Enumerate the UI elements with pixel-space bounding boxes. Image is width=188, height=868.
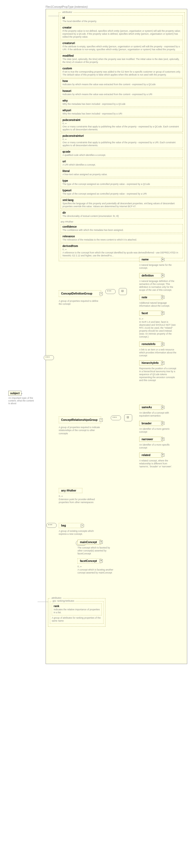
expand-icon[interactable]: + — [161, 362, 164, 365]
expand-icon[interactable]: + — [161, 422, 164, 425]
main-container: subject An important topic of the conten… — [46, 9, 187, 664]
elem-bag: bag− — [59, 523, 82, 528]
elem-sameas: sameAs+ — [139, 405, 163, 410]
type-ext: (extension) — [74, 5, 87, 8]
attributes-section: attributes idThe local identifier of the… — [59, 12, 185, 261]
concept-relationships-group: ConceptRelationshipsGroup + — [59, 416, 101, 423]
concept-definition-group: ConceptDefinitionGroup + — [59, 290, 101, 297]
ranking-group: grp: rankingAttributes rank Indicates th… — [50, 601, 104, 623]
expand-icon[interactable]: + — [161, 453, 164, 457]
seq-bag — [46, 523, 57, 528]
attr-rank: rank Indicates the relative importance o… — [52, 603, 102, 615]
elem-hierarchyinfo: hierarchyInfo+ — [139, 360, 163, 366]
attr-pubconstrainturi: pubconstrainturi0..∞One or many constrai… — [61, 133, 183, 148]
attr-literal: literalA free-text value assigned as pro… — [61, 168, 183, 177]
elem-mainconcept: mainConcept+ — [77, 539, 101, 545]
elem-facet: facet+ — [139, 311, 163, 316]
subject-element: subject — [8, 391, 22, 396]
ranking-attr-section: attributes grp: rankingAttributes rank I… — [48, 598, 105, 626]
attr-qcode: qcodeA qualified code which identifies a… — [61, 149, 183, 158]
attr-confidence: confidence The confidence with which the… — [61, 224, 183, 233]
elem-name: name+ — [139, 257, 163, 262]
attr-section-header: attributes — [61, 11, 73, 13]
elem-note: note+ — [139, 295, 163, 300]
content-model: ConceptDefinitionGroup + A group of prop… — [48, 264, 185, 662]
expand-icon[interactable]: + — [161, 296, 164, 299]
expand-icon[interactable]: + — [100, 292, 103, 295]
cdg-desc: A group of properties required to define… — [59, 300, 102, 306]
elem-definition: definition+ — [139, 273, 163, 278]
elem-narrower: narrower+ — [139, 437, 163, 442]
attr-how: howIndicates by which means the value wa… — [61, 79, 183, 87]
expand-icon[interactable]: + — [100, 418, 103, 422]
elem-broader: broader+ — [139, 421, 163, 426]
subject-desc: An important topic of the content; what … — [8, 397, 35, 405]
attr-xml-lang: xml:langSpecifies the language of this p… — [61, 197, 183, 209]
expand-icon[interactable]: + — [161, 311, 164, 315]
expand-icon[interactable]: + — [100, 559, 103, 562]
attr-whyuri: whyuriWhy the metadata has been included… — [61, 108, 183, 116]
attr-why: whyWhy the metadata has been included - … — [61, 98, 183, 107]
attr-custom: customIf set to true the corresponding p… — [61, 66, 183, 78]
attr-relevance: relevance The relevance of the metadata … — [61, 234, 183, 242]
attr-id: idThe local identifier of the property. — [61, 15, 183, 24]
seq-crg — [111, 415, 121, 420]
expand-icon[interactable]: + — [161, 343, 164, 346]
attr-uri: uriA URI which identifies a concept. — [61, 159, 183, 167]
attr-modified: modifiedThe date (and, optionally, the t… — [61, 53, 183, 65]
expand-icon[interactable]: + — [161, 406, 164, 409]
any-other-label: any ##other — [61, 220, 183, 223]
expand-icon[interactable]: + — [161, 437, 164, 441]
attr-dir: dirThe directionality of textual content… — [61, 210, 183, 219]
seq-cdg — [105, 289, 116, 294]
attr-typeuri: typeuriThe type of the concept assigned … — [61, 188, 183, 196]
attr-type: typeThe type of the concept assigned as … — [61, 178, 183, 187]
attr-pubconstraint: pubconstraint0..∞One or many constraints… — [61, 118, 183, 132]
type-header: Flex1ConceptPropType (extension) — [46, 5, 188, 8]
sequence-connector — [44, 355, 54, 360]
collapse-icon[interactable]: − — [81, 524, 84, 527]
elem-facetconcept: facetConcept+ — [77, 558, 101, 563]
attr-creator: creatorIf the property value is not defi… — [61, 25, 183, 39]
choice-crg — [124, 414, 132, 422]
expand-icon[interactable]: + — [161, 274, 164, 277]
crg-desc: A group of properties required to indica… — [59, 426, 104, 435]
type-name: Flex1ConceptPropType — [46, 5, 74, 8]
expand-icon[interactable]: + — [161, 258, 164, 261]
attr-howuri: howuriIndicates by which means the value… — [61, 88, 183, 97]
elem-related: related+ — [139, 453, 163, 458]
choice-cdg — [119, 288, 127, 295]
attr-creatoruri: creatoruriIf the attribute is empty, spe… — [61, 40, 183, 52]
elem-remoteinfo: remoteInfo+ — [139, 342, 163, 347]
elem-any-other: any ##other — [59, 488, 82, 493]
expand-icon[interactable]: + — [100, 540, 103, 544]
